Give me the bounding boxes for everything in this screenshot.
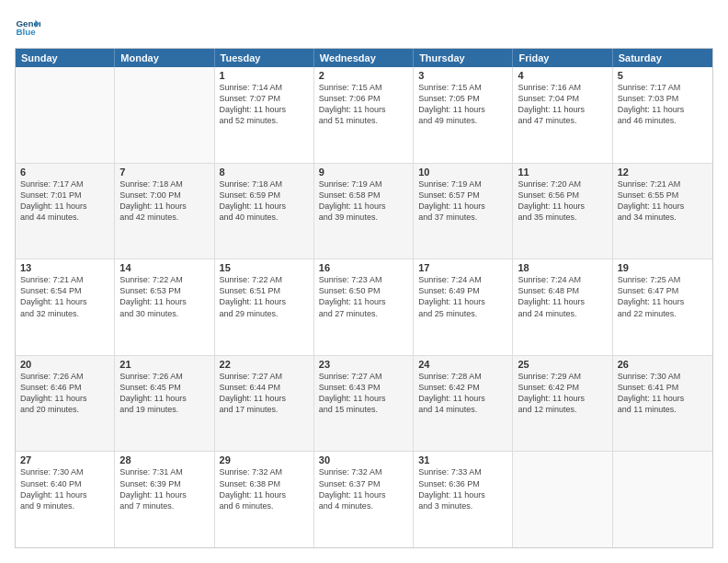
day-number: 25 <box>518 359 607 370</box>
day-number: 16 <box>319 262 408 273</box>
day-info: Sunrise: 7:26 AM Sunset: 6:45 PM Dayligh… <box>119 371 209 416</box>
day-info: Sunrise: 7:17 AM Sunset: 7:01 PM Dayligh… <box>20 178 109 224</box>
empty-cell <box>513 452 612 547</box>
day-info: Sunrise: 7:15 AM Sunset: 7:06 PM Dayligh… <box>319 82 408 127</box>
day-info: Sunrise: 7:17 AM Sunset: 7:03 PM Dayligh… <box>618 82 708 127</box>
day-info: Sunrise: 7:22 AM Sunset: 6:51 PM Dayligh… <box>220 274 309 319</box>
weekday-header-friday: Friday <box>513 49 612 67</box>
day-cell-5: 5Sunrise: 7:17 AM Sunset: 7:03 PM Daylig… <box>613 67 712 163</box>
day-cell-26: 26Sunrise: 7:30 AM Sunset: 6:41 PM Dayli… <box>613 356 712 452</box>
day-info: Sunrise: 7:30 AM Sunset: 6:40 PM Dayligh… <box>20 466 109 511</box>
calendar-header: SundayMondayTuesdayWednesdayThursdayFrid… <box>16 49 712 67</box>
empty-cell <box>115 67 214 163</box>
day-number: 28 <box>119 454 209 465</box>
svg-text:Blue: Blue <box>16 27 36 37</box>
day-info: Sunrise: 7:21 AM Sunset: 6:54 PM Dayligh… <box>20 274 109 319</box>
day-number: 30 <box>319 454 408 465</box>
day-number: 15 <box>220 262 309 273</box>
day-number: 11 <box>518 167 607 178</box>
weekday-header-monday: Monday <box>115 49 214 67</box>
day-cell-6: 6Sunrise: 7:17 AM Sunset: 7:01 PM Daylig… <box>16 164 115 259</box>
day-info: Sunrise: 7:19 AM Sunset: 6:57 PM Dayligh… <box>418 178 507 224</box>
day-cell-7: 7Sunrise: 7:18 AM Sunset: 7:00 PM Daylig… <box>115 164 214 259</box>
calendar-row-5: 27Sunrise: 7:30 AM Sunset: 6:40 PM Dayli… <box>16 452 712 547</box>
day-number: 24 <box>418 359 507 370</box>
calendar-body: 1Sunrise: 7:14 AM Sunset: 7:07 PM Daylig… <box>16 67 712 547</box>
day-cell-9: 9Sunrise: 7:19 AM Sunset: 6:58 PM Daylig… <box>314 164 414 259</box>
day-number: 31 <box>418 454 507 465</box>
day-info: Sunrise: 7:33 AM Sunset: 6:36 PM Dayligh… <box>418 466 507 511</box>
calendar-row-4: 20Sunrise: 7:26 AM Sunset: 6:46 PM Dayli… <box>16 356 712 453</box>
day-cell-1: 1Sunrise: 7:14 AM Sunset: 7:07 PM Daylig… <box>215 67 314 163</box>
day-cell-13: 13Sunrise: 7:21 AM Sunset: 6:54 PM Dayli… <box>16 259 115 355</box>
calendar-row-2: 6Sunrise: 7:17 AM Sunset: 7:01 PM Daylig… <box>16 164 712 260</box>
day-cell-14: 14Sunrise: 7:22 AM Sunset: 6:53 PM Dayli… <box>115 259 214 355</box>
day-cell-28: 28Sunrise: 7:31 AM Sunset: 6:39 PM Dayli… <box>115 452 214 547</box>
day-cell-11: 11Sunrise: 7:20 AM Sunset: 6:56 PM Dayli… <box>513 164 612 259</box>
day-cell-4: 4Sunrise: 7:16 AM Sunset: 7:04 PM Daylig… <box>513 67 612 163</box>
day-info: Sunrise: 7:14 AM Sunset: 7:07 PM Dayligh… <box>220 82 309 127</box>
day-info: Sunrise: 7:24 AM Sunset: 6:48 PM Dayligh… <box>518 274 607 319</box>
day-cell-24: 24Sunrise: 7:28 AM Sunset: 6:42 PM Dayli… <box>414 356 513 452</box>
weekday-header-sunday: Sunday <box>16 49 115 67</box>
calendar-row-1: 1Sunrise: 7:14 AM Sunset: 7:07 PM Daylig… <box>16 67 712 164</box>
day-info: Sunrise: 7:24 AM Sunset: 6:49 PM Dayligh… <box>418 274 507 319</box>
day-number: 6 <box>20 167 109 178</box>
day-cell-17: 17Sunrise: 7:24 AM Sunset: 6:49 PM Dayli… <box>414 259 513 355</box>
header: General Blue <box>15 15 713 40</box>
day-cell-2: 2Sunrise: 7:15 AM Sunset: 7:06 PM Daylig… <box>314 67 414 163</box>
day-number: 22 <box>220 359 309 370</box>
day-number: 4 <box>518 70 607 81</box>
logo-icon: General Blue <box>15 15 40 40</box>
day-cell-29: 29Sunrise: 7:32 AM Sunset: 6:38 PM Dayli… <box>215 452 314 547</box>
day-info: Sunrise: 7:27 AM Sunset: 6:43 PM Dayligh… <box>319 371 408 416</box>
day-cell-22: 22Sunrise: 7:27 AM Sunset: 6:44 PM Dayli… <box>215 356 314 452</box>
calendar-row-3: 13Sunrise: 7:21 AM Sunset: 6:54 PM Dayli… <box>16 259 712 356</box>
day-cell-23: 23Sunrise: 7:27 AM Sunset: 6:43 PM Dayli… <box>314 356 414 452</box>
day-cell-20: 20Sunrise: 7:26 AM Sunset: 6:46 PM Dayli… <box>16 356 115 452</box>
day-cell-19: 19Sunrise: 7:25 AM Sunset: 6:47 PM Dayli… <box>613 259 712 355</box>
day-cell-21: 21Sunrise: 7:26 AM Sunset: 6:45 PM Dayli… <box>115 356 214 452</box>
day-number: 19 <box>618 262 708 273</box>
day-number: 9 <box>319 167 408 178</box>
page: General Blue SundayMondayTuesdayWednesda… <box>0 0 728 563</box>
day-info: Sunrise: 7:30 AM Sunset: 6:41 PM Dayligh… <box>618 371 708 416</box>
weekday-header-tuesday: Tuesday <box>215 49 314 67</box>
day-info: Sunrise: 7:18 AM Sunset: 6:59 PM Dayligh… <box>220 178 309 224</box>
logo: General Blue <box>15 15 44 40</box>
day-number: 5 <box>618 70 708 81</box>
day-info: Sunrise: 7:16 AM Sunset: 7:04 PM Dayligh… <box>518 82 607 127</box>
day-number: 10 <box>418 167 507 178</box>
day-number: 18 <box>518 262 607 273</box>
day-number: 27 <box>20 454 109 465</box>
day-info: Sunrise: 7:32 AM Sunset: 6:38 PM Dayligh… <box>220 466 309 511</box>
day-info: Sunrise: 7:19 AM Sunset: 6:58 PM Dayligh… <box>319 178 408 224</box>
day-cell-16: 16Sunrise: 7:23 AM Sunset: 6:50 PM Dayli… <box>314 259 414 355</box>
day-info: Sunrise: 7:31 AM Sunset: 6:39 PM Dayligh… <box>119 466 209 511</box>
weekday-header-saturday: Saturday <box>613 49 712 67</box>
empty-cell <box>16 67 115 163</box>
day-info: Sunrise: 7:15 AM Sunset: 7:05 PM Dayligh… <box>418 82 507 127</box>
day-info: Sunrise: 7:27 AM Sunset: 6:44 PM Dayligh… <box>220 371 309 416</box>
day-number: 3 <box>418 70 507 81</box>
calendar: SundayMondayTuesdayWednesdayThursdayFrid… <box>15 48 713 548</box>
day-info: Sunrise: 7:29 AM Sunset: 6:42 PM Dayligh… <box>518 371 607 416</box>
weekday-header-thursday: Thursday <box>414 49 513 67</box>
day-info: Sunrise: 7:32 AM Sunset: 6:37 PM Dayligh… <box>319 466 408 511</box>
day-cell-10: 10Sunrise: 7:19 AM Sunset: 6:57 PM Dayli… <box>414 164 513 259</box>
day-info: Sunrise: 7:26 AM Sunset: 6:46 PM Dayligh… <box>20 371 109 416</box>
empty-cell <box>613 452 712 547</box>
day-cell-15: 15Sunrise: 7:22 AM Sunset: 6:51 PM Dayli… <box>215 259 314 355</box>
day-info: Sunrise: 7:21 AM Sunset: 6:55 PM Dayligh… <box>618 178 708 224</box>
day-cell-12: 12Sunrise: 7:21 AM Sunset: 6:55 PM Dayli… <box>613 164 712 259</box>
day-cell-8: 8Sunrise: 7:18 AM Sunset: 6:59 PM Daylig… <box>215 164 314 259</box>
day-number: 20 <box>20 359 109 370</box>
day-number: 17 <box>418 262 507 273</box>
day-info: Sunrise: 7:25 AM Sunset: 6:47 PM Dayligh… <box>618 274 708 319</box>
day-info: Sunrise: 7:22 AM Sunset: 6:53 PM Dayligh… <box>119 274 209 319</box>
day-cell-18: 18Sunrise: 7:24 AM Sunset: 6:48 PM Dayli… <box>513 259 612 355</box>
day-number: 26 <box>618 359 708 370</box>
day-info: Sunrise: 7:18 AM Sunset: 7:00 PM Dayligh… <box>119 178 209 224</box>
day-number: 14 <box>119 262 209 273</box>
day-number: 7 <box>119 167 209 178</box>
